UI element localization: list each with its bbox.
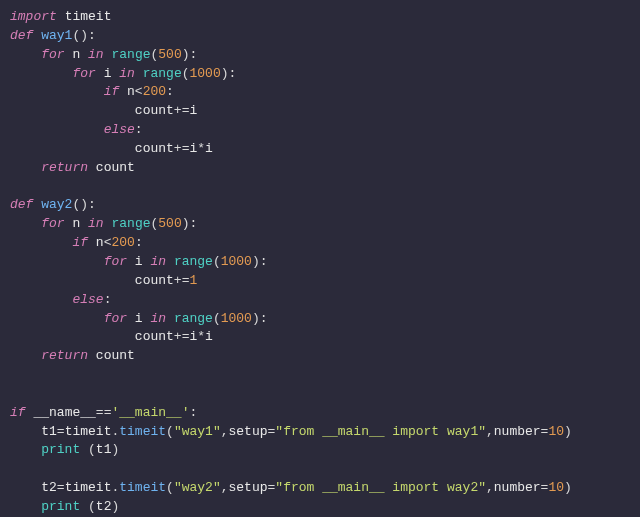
blank-line xyxy=(10,385,630,404)
code-block: import timeit def way1(): for n in range… xyxy=(10,8,630,517)
code-line: count+=i*i xyxy=(10,140,630,159)
code-line: for i in range(1000): xyxy=(10,65,630,84)
code-line: for i in range(1000): xyxy=(10,310,630,329)
blank-line xyxy=(10,460,630,479)
code-line: def way2(): xyxy=(10,196,630,215)
code-line: for n in range(500): xyxy=(10,215,630,234)
code-line: import timeit xyxy=(10,8,630,27)
code-line: print (t1) xyxy=(10,441,630,460)
code-line: else: xyxy=(10,291,630,310)
code-line: else: xyxy=(10,121,630,140)
code-line: t1=timeit.timeit("way1",setup="from __ma… xyxy=(10,423,630,442)
code-line: print (t2) xyxy=(10,498,630,517)
code-line: count+=i*i xyxy=(10,328,630,347)
code-line: if n<200: xyxy=(10,83,630,102)
code-line: return count xyxy=(10,347,630,366)
blank-line xyxy=(10,366,630,385)
code-line: if __name__=='__main__': xyxy=(10,404,630,423)
code-line: return count xyxy=(10,159,630,178)
code-line: t2=timeit.timeit("way2",setup="from __ma… xyxy=(10,479,630,498)
code-line: count+=i xyxy=(10,102,630,121)
code-line: for i in range(1000): xyxy=(10,253,630,272)
code-line: if n<200: xyxy=(10,234,630,253)
code-line: def way1(): xyxy=(10,27,630,46)
code-line: count+=1 xyxy=(10,272,630,291)
code-line: for n in range(500): xyxy=(10,46,630,65)
blank-line xyxy=(10,178,630,197)
